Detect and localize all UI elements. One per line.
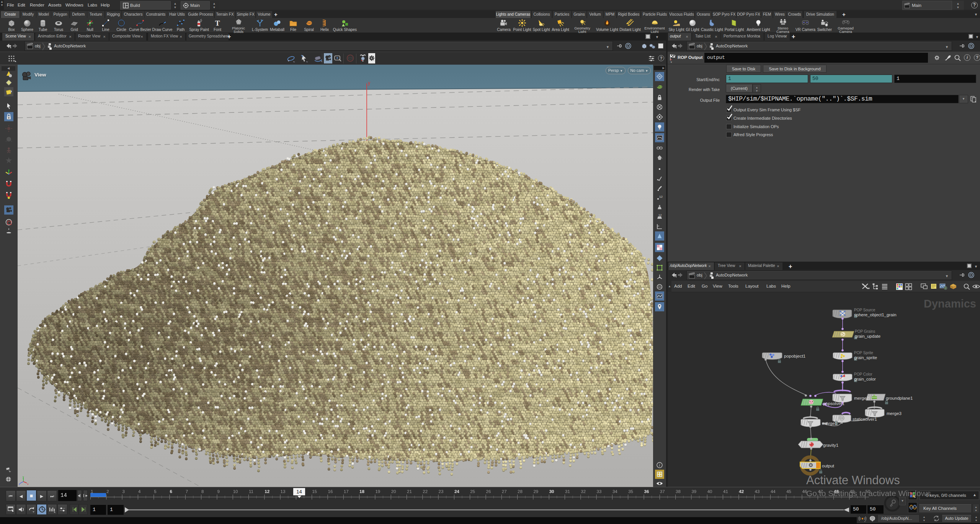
svg-text:POP Grains: POP Grains (855, 329, 875, 334)
svg-text:POP Source: POP Source (854, 308, 875, 312)
svg-text:12: 12 (658, 213, 662, 217)
svg-text:merge2: merge2 (854, 396, 869, 400)
svg-text:12: 12 (659, 195, 663, 199)
svg-text:merge3: merge3 (887, 411, 902, 416)
svg-text:Dynamics: Dynamics (924, 298, 976, 310)
svg-text:staticsolver1: staticsolver1 (853, 417, 877, 421)
svg-text:popobject1: popobject1 (784, 354, 805, 358)
svg-text:POP Color: POP Color (854, 372, 872, 376)
svg-text:x: x (27, 483, 28, 485)
svg-text:grain_color: grain_color (854, 377, 876, 381)
svg-text:grain_update: grain_update (855, 334, 880, 338)
svg-text:POP Sprite: POP Sprite (854, 351, 873, 355)
svg-text:grain_sprite: grain_sprite (854, 355, 877, 360)
svg-text:popsolver1: popsolver1 (823, 401, 844, 406)
svg-text:i: i (659, 463, 660, 467)
svg-text:merge1: merge1 (822, 421, 837, 426)
svg-text:z: z (19, 483, 20, 485)
svg-text:sphere_object1_grain: sphere_object1_grain (854, 312, 897, 317)
svg-text:T: T (215, 19, 220, 27)
svg-text:groundplane1: groundplane1 (886, 396, 913, 400)
svg-text:gravity1: gravity1 (823, 443, 838, 448)
svg-text:output: output (822, 464, 835, 468)
